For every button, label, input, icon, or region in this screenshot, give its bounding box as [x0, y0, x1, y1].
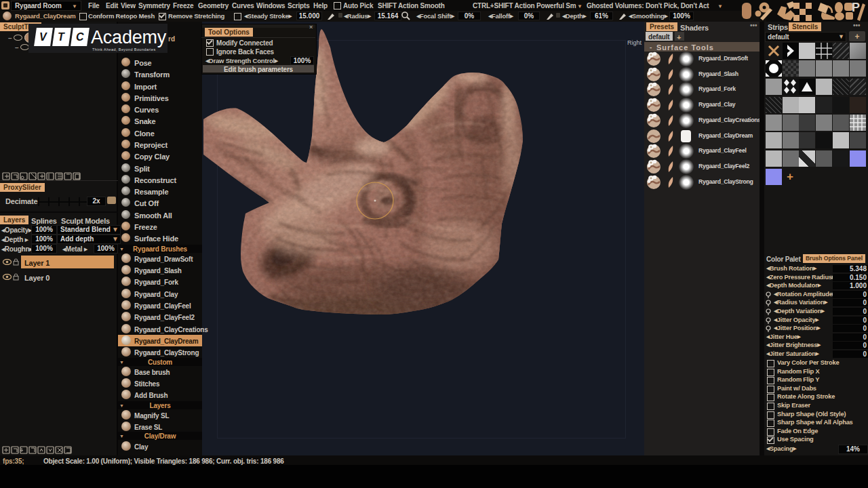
svg-text:P: P [852, 1, 860, 14]
